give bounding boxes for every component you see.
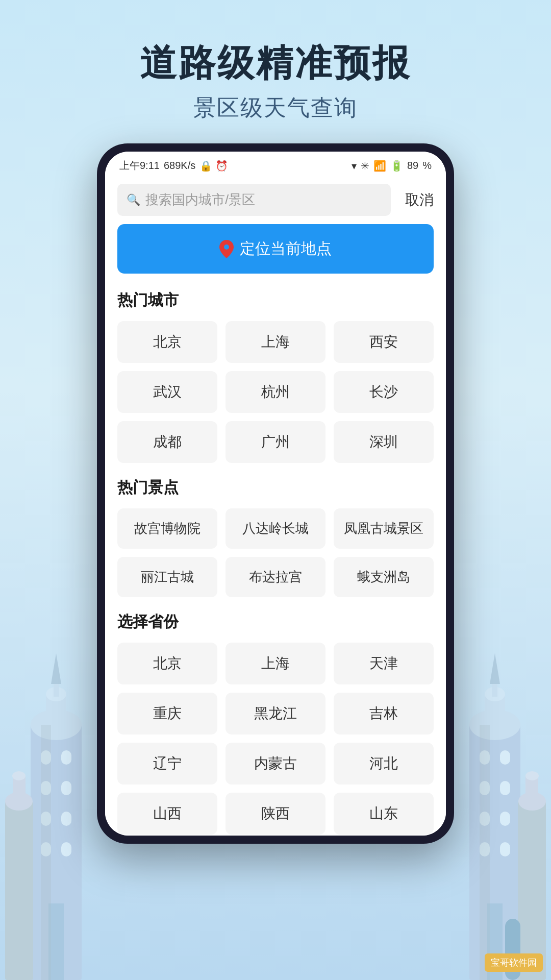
province-shanghai[interactable]: 上海 [226, 643, 325, 684]
city-item-hangzhou[interactable]: 杭州 [226, 371, 325, 413]
attraction-item-potala[interactable]: 布达拉宫 [226, 557, 325, 597]
search-bar[interactable]: 🔍 搜索国内城市/景区 [117, 184, 391, 216]
city-item-chengdu[interactable]: 成都 [117, 421, 217, 463]
province-neimenggu[interactable]: 内蒙古 [226, 743, 325, 785]
city-item-beijing[interactable]: 北京 [117, 321, 217, 363]
city-item-shanghai[interactable]: 上海 [226, 321, 325, 363]
city-item-xian[interactable]: 西安 [334, 321, 434, 363]
battery-icon: 🔋 [390, 160, 403, 172]
status-icons: 🔒 ⏰ [199, 160, 228, 172]
status-right: ▾ ✳ 📶 🔋 89 % [352, 160, 432, 172]
locate-current-button[interactable]: 定位当前地点 [117, 224, 434, 274]
svg-point-41 [224, 244, 229, 250]
bluetooth-icon: ✳ [361, 160, 369, 172]
province-shanxi[interactable]: 山西 [117, 793, 217, 835]
city-item-wuhan[interactable]: 武汉 [117, 371, 217, 413]
status-network: 689K/s [164, 160, 195, 172]
hot-cities-title: 热门城市 [117, 290, 434, 311]
location-pin-icon [219, 240, 234, 258]
sub-title: 景区级天气查询 [0, 93, 551, 123]
phone-frame: 上午9:11 689K/s 🔒 ⏰ ▾ ✳ 📶 🔋 89 % 🔍 [97, 143, 454, 844]
select-province-title: 选择省份 [117, 611, 434, 632]
attraction-item-badaling[interactable]: 八达岭长城 [226, 508, 325, 549]
city-item-guangzhou[interactable]: 广州 [226, 421, 325, 463]
svg-rect-33 [500, 842, 510, 856]
battery-percent-sign: % [422, 160, 432, 172]
attraction-item-lijiang[interactable]: 丽江古城 [117, 557, 217, 597]
hot-attractions-grid: 故宫博物院 八达岭长城 凤凰古城景区 丽江古城 布达拉宫 蛾支洲岛 [117, 508, 434, 597]
province-tianjin[interactable]: 天津 [334, 643, 434, 684]
svg-rect-13 [61, 842, 71, 856]
hot-attractions-title: 热门景点 [117, 477, 434, 498]
city-item-changsha[interactable]: 长沙 [334, 371, 434, 413]
province-hebei[interactable]: 河北 [334, 743, 434, 785]
header-section: 道路级精准预报 景区级天气查询 [0, 0, 551, 143]
province-shaanxi[interactable]: 陕西 [226, 793, 325, 835]
attraction-item-gugong[interactable]: 故宫博物院 [117, 508, 217, 549]
province-heilongjiang[interactable]: 黑龙江 [226, 693, 325, 734]
wifi-icon: ▾ [352, 160, 357, 172]
status-time: 上午9:11 [119, 159, 160, 173]
attraction-item-fenghuang[interactable]: 凤凰古城景区 [334, 508, 434, 549]
cancel-button[interactable]: 取消 [399, 190, 434, 210]
main-title: 道路级精准预报 [0, 41, 551, 85]
battery-percent: 89 [407, 160, 418, 172]
city-item-shenzhen[interactable]: 深圳 [334, 421, 434, 463]
attraction-item-wuzhizhou[interactable]: 蛾支洲岛 [334, 557, 434, 597]
province-shandong[interactable]: 山东 [334, 793, 434, 835]
search-icon: 🔍 [127, 193, 140, 207]
phone-container: 上午9:11 689K/s 🔒 ⏰ ▾ ✳ 📶 🔋 89 % 🔍 [0, 143, 551, 844]
province-liaoning[interactable]: 辽宁 [117, 743, 217, 785]
province-beijing[interactable]: 北京 [117, 643, 217, 684]
watermark-badge: 宝哥软件园 [485, 953, 543, 972]
phone-screen: 上午9:11 689K/s 🔒 ⏰ ▾ ✳ 📶 🔋 89 % 🔍 [105, 152, 446, 836]
province-jilin[interactable]: 吉林 [334, 693, 434, 734]
status-left: 上午9:11 689K/s 🔒 ⏰ [119, 159, 228, 173]
status-bar: 上午9:11 689K/s 🔒 ⏰ ▾ ✳ 📶 🔋 89 % [105, 152, 446, 178]
hot-cities-grid: 北京 上海 西安 武汉 杭州 长沙 成都 广州 深圳 [117, 321, 434, 463]
province-grid: 北京 上海 天津 重庆 黑龙江 吉林 辽宁 内蒙古 河北 山西 陕西 山东 新疆… [117, 643, 434, 836]
search-section: 🔍 搜索国内城市/景区 取消 [105, 178, 446, 224]
content-area: 定位当前地点 热门城市 北京 上海 西安 武汉 杭州 长沙 成都 广州 深圳 热… [105, 224, 446, 836]
search-placeholder: 搜索国内城市/景区 [145, 191, 382, 209]
province-chongqing[interactable]: 重庆 [117, 693, 217, 734]
signal-icon: 📶 [373, 160, 386, 172]
locate-button-label: 定位当前地点 [240, 238, 332, 259]
